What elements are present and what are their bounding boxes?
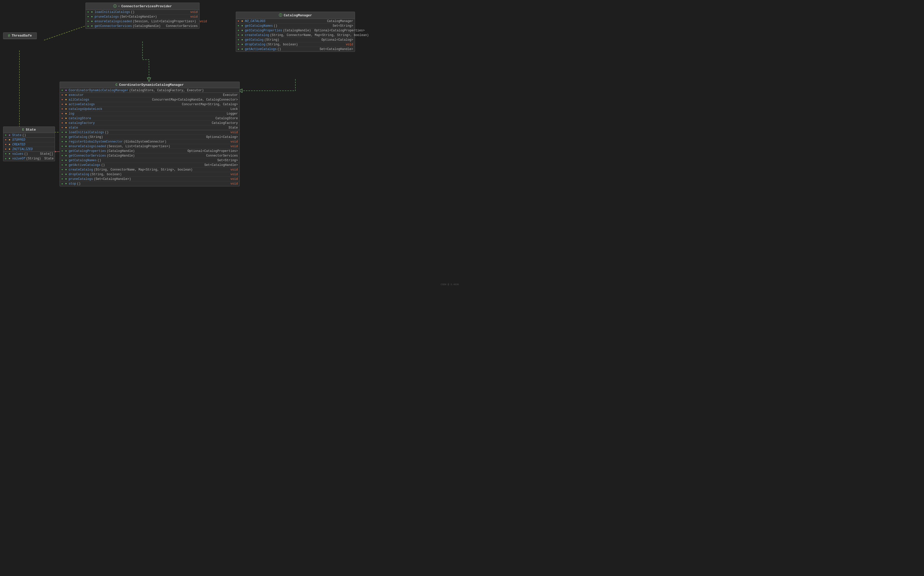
state-member-name-5: valueOf <box>12 157 25 160</box>
csp-type-icon: ⓘ <box>113 4 116 8</box>
cm-member-name-5: dropCatalog <box>245 43 265 46</box>
threadsafe-header: @ ThreadSafe <box>3 33 37 39</box>
state-row-5: ● ■ valueOf (String) State <box>3 156 55 161</box>
coord-type-2: ■ <box>65 103 68 106</box>
coord-params-m0: () <box>105 131 109 134</box>
coord-vis-m1: ● <box>61 136 64 138</box>
state-vis-1: ● <box>5 138 8 141</box>
coord-member-name-0: executor <box>69 93 84 97</box>
cm-params-5: (String, boolean) <box>266 43 298 46</box>
coord-row-m3: ● ■ ensureCatalogsLoaded (Session, List<… <box>60 144 239 149</box>
coord-row-3: ● ■ catalogsUpdateLock Lock <box>60 107 239 112</box>
cm-vis-6: ● <box>238 48 241 51</box>
state-member-name-1: STOPPED <box>12 138 25 142</box>
cm-row-0: ● ■ NO_CATALOGS CatalogManager <box>236 19 355 24</box>
coord-row-m4: ● ■ getCatalogProperties (CatalogHandle)… <box>60 149 239 154</box>
cm-type-0: ■ <box>241 20 244 22</box>
coord-return-7: State <box>226 126 238 130</box>
coord-member-name-m7: getActiveCatalogs <box>69 163 100 167</box>
coord-row-m9: ● ■ dropCatalog (String, boolean) void <box>60 172 239 177</box>
cm-params-3: (String, ConnectorName, Map<String, Stri… <box>270 34 369 37</box>
coord-return-m9: void <box>228 173 238 176</box>
coord-type-m9: ■ <box>65 173 68 176</box>
csp-member-name-0: loadInitialCatalogs <box>94 10 130 14</box>
cm-type-5: ■ <box>241 43 244 46</box>
cm-member-name-4: getCatalog <box>245 38 263 42</box>
coord-row-7: ● ■ state State <box>60 125 239 130</box>
cm-row-5: ● ■ dropCatalog (String, boolean) void <box>236 42 355 47</box>
coord-member-name-m8: createCatalog <box>69 168 93 171</box>
state-member-name-3: INITIALIZED <box>12 147 33 151</box>
coord-params-m2: (GlobalSystemConnector) <box>124 140 167 144</box>
csp-return-3: ConnectorServices <box>163 24 198 28</box>
coord-member-name-m5: getConnectorServices <box>69 154 106 158</box>
csp-vis-1: ● <box>87 15 91 18</box>
state-vis-2: ● <box>5 143 8 146</box>
coordinator-class: C CoordinatorDynamicCatalogManager ● ■ C… <box>60 82 240 186</box>
coord-member-name-m3: ensureCatalogsLoaded <box>69 145 106 148</box>
coord-return-m4: Optional<CatalogProperties> <box>185 149 238 153</box>
coord-return-m6: Set<String> <box>215 158 238 162</box>
state-params-4: () <box>24 152 28 156</box>
cm-return-4: Optional<Catalog> <box>319 38 353 42</box>
coord-vis-m4: ● <box>61 150 64 152</box>
coord-member-name-m0: loadInitialCatalogs <box>69 131 104 134</box>
coord-type-1: ■ <box>65 99 68 101</box>
coord-row-m2: ● ■ registerGlobalSystemConnector (Globa… <box>60 139 239 144</box>
state-return-4: State[] <box>38 152 53 156</box>
csp-return-1: void <box>188 15 198 19</box>
coord-member-name-c: CoordinatorDynamicCatalogManager <box>69 89 128 92</box>
coord-return-2: ConcurrentMap<String, Catalog> <box>179 102 238 106</box>
state-params-0: () <box>22 133 26 137</box>
cm-type-icon: ⓘ <box>279 13 282 18</box>
state-type-4: ■ <box>9 153 11 155</box>
coord-row-m0: ● ■ loadInitialCatalogs () void <box>60 130 239 135</box>
cm-return-5: void <box>343 43 353 46</box>
coord-return-0: Executor <box>220 93 238 97</box>
coord-type-7: ■ <box>65 126 68 129</box>
threadsafe-name: ThreadSafe <box>12 34 32 38</box>
cm-vis-1: ● <box>238 24 241 27</box>
coord-vis-7: ● <box>61 126 64 129</box>
csp-name: ConnectorServicesProvider <box>121 5 172 8</box>
csp-member-name-2: ensureCatalogsLoaded <box>94 20 132 23</box>
coord-return-4: Logger <box>224 112 238 115</box>
coord-row-m8: ● ■ createCatalog (String, ConnectorName… <box>60 168 239 172</box>
coord-return-5: CatalogStore <box>213 117 238 120</box>
watermark: CSDN @ 3.4636 <box>441 283 459 286</box>
coord-member-name-m11: stop <box>69 182 76 186</box>
coord-member-name-6: catalogFactory <box>69 121 95 125</box>
coord-type-c: ■ <box>65 89 68 92</box>
coord-return-m10: void <box>228 177 238 181</box>
coord-type-m8: ■ <box>65 168 68 171</box>
coord-row-m1: ● ■ getCatalog (String) Optional<Catalog… <box>60 135 239 139</box>
coord-row-1: ● ■ allCatalogs ConcurrentMap<CatalogHan… <box>60 98 239 102</box>
coord-row-m10: ● ■ pruneCatalogs (Set<CatalogHandle>) v… <box>60 177 239 181</box>
state-header: E State <box>3 127 55 133</box>
cm-type-2: ■ <box>241 29 244 32</box>
catalog-manager-class: ⓘ CatalogManager ● ■ NO_CATALOGS Catalog… <box>236 12 355 52</box>
coord-row-c: ● ■ CoordinatorDynamicCatalogManager (Ca… <box>60 88 239 93</box>
state-row-2: ● ■ CREATED <box>3 142 55 147</box>
threadsafe-type-icon: @ <box>8 34 10 38</box>
coord-return-m7: Set<CatalogHandle> <box>202 163 238 167</box>
coord-type-m7: ■ <box>65 164 68 166</box>
csp-return-2: void <box>197 20 207 23</box>
coord-row-0: ● ■ executor Executor <box>60 93 239 98</box>
coord-type-icon: C <box>116 83 118 87</box>
coord-row-m7: ● ■ getActiveCatalogs () Set<CatalogHand… <box>60 163 239 168</box>
cm-type-3: ■ <box>241 34 244 37</box>
coord-row-m5: ● ■ getConnectorServices (CatalogHandle)… <box>60 154 239 158</box>
csp-row-2: ● ■ ensureCatalogsLoaded (Session, List<… <box>86 19 199 24</box>
csp-row-1: ● ■ pruneCatalogs (Set<CatalogHandle>) v… <box>86 14 199 19</box>
coord-member-name-1: allCatalogs <box>69 98 89 102</box>
cm-member-name-2: getCatalogProperties <box>245 29 282 32</box>
coord-type-m10: ■ <box>65 178 68 181</box>
cm-vis-5: ● <box>238 43 241 46</box>
csp-return-0: void <box>188 10 198 14</box>
coord-vis-m10: ● <box>61 178 64 181</box>
state-vis-4: ● <box>5 152 8 155</box>
csp-member-name-1: pruneCatalogs <box>94 15 119 19</box>
csp-params-0: () <box>131 10 134 14</box>
coord-type-6: ■ <box>65 122 68 125</box>
